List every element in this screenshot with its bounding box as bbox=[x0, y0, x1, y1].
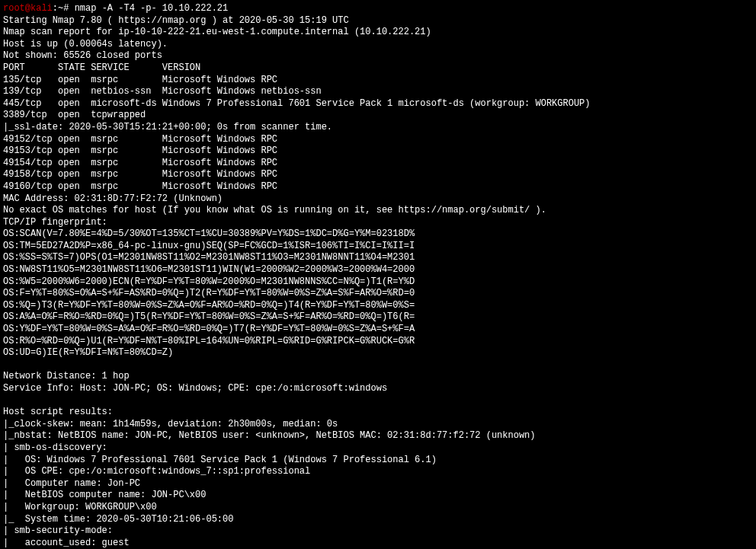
output-line: | OS CPE: cpe:/o:microsoft:windows_7::sp… bbox=[3, 466, 753, 478]
output-line: 3389/tcp open tcpwrapped bbox=[3, 110, 753, 122]
output-line: OS:Y%DF=Y%T=80%W=0%S=A%A=O%F=R%O=%RD=0%Q… bbox=[3, 324, 753, 336]
output-line: 49158/tcp open msrpc Microsoft Windows R… bbox=[3, 169, 753, 181]
output-line: | smb-os-discovery: bbox=[3, 442, 753, 455]
output-line: | smb-security-mode: bbox=[3, 525, 753, 538]
output-line: OS:TM=5ED27A2D%P=x86_64-pc-linux-gnu)SEQ… bbox=[3, 241, 753, 253]
output-line: Nmap scan report for ip-10-10-222-21.eu-… bbox=[3, 27, 753, 39]
output-line: 139/tcp open netbios-ssn Microsoft Windo… bbox=[3, 86, 753, 98]
output-line: 49160/tcp open msrpc Microsoft Windows R… bbox=[3, 181, 753, 193]
output-line: |_ssl-date: 2020-05-30T15:21:21+00:00; 0… bbox=[3, 122, 753, 134]
output-line: Not shown: 65526 closed ports bbox=[3, 50, 753, 62]
output-lines: Starting Nmap 7.80 ( https://nmap.org ) … bbox=[3, 15, 753, 549]
output-line: OS:SCAN(V=7.80%E=4%D=5/30%OT=135%CT=1%CU… bbox=[3, 228, 753, 241]
output-line: | Workgroup: WORKGROUP\x00 bbox=[3, 502, 753, 514]
terminal-output[interactable]: root@kali:~# nmap -A -T4 -p- 10.10.222.2… bbox=[3, 3, 753, 549]
command-text: nmap -A -T4 -p- 10.10.222.21 bbox=[75, 3, 229, 14]
output-line: OS:UD=G)IE(R=Y%DFI=N%T=80%CD=Z) bbox=[3, 347, 753, 359]
output-line: 49152/tcp open msrpc Microsoft Windows R… bbox=[3, 134, 753, 146]
output-line bbox=[3, 359, 753, 372]
output-line: OS:A%A=O%F=R%O=%RD=0%Q=)T5(R=Y%DF=Y%T=80… bbox=[3, 311, 753, 324]
prompt-colon: : bbox=[53, 3, 58, 14]
prompt-line: root@kali:~# nmap -A -T4 -p- 10.10.222.2… bbox=[3, 3, 753, 15]
output-line: 445/tcp open microsoft-ds Windows 7 Prof… bbox=[3, 98, 753, 110]
output-line: 49154/tcp open msrpc Microsoft Windows R… bbox=[3, 158, 753, 170]
output-line: OS:%SS=S%TS=7)OPS(O1=M2301NW8ST11%O2=M23… bbox=[3, 252, 753, 264]
output-line: No exact OS matches for host (If you kno… bbox=[3, 205, 753, 217]
output-line: | OS: Windows 7 Professional 7601 Servic… bbox=[3, 455, 753, 467]
output-line: Starting Nmap 7.80 ( https://nmap.org ) … bbox=[3, 15, 753, 27]
output-line: PORT STATE SERVICE VERSION bbox=[3, 62, 753, 75]
output-line: | account_used: guest bbox=[3, 538, 753, 549]
output-line bbox=[3, 395, 753, 407]
output-line: |_nbstat: NetBIOS name: JON-PC, NetBIOS … bbox=[3, 430, 753, 442]
output-line: OS:%Q=)T3(R=Y%DF=Y%T=80%W=0%S=Z%A=O%F=AR… bbox=[3, 300, 753, 312]
prompt-hash: # bbox=[63, 3, 69, 14]
output-line: MAC Address: 02:31:8D:77:F2:72 (Unknown) bbox=[3, 193, 753, 206]
output-line: TCP/IP fingerprint: bbox=[3, 217, 753, 229]
output-line: |_clock-skew: mean: 1h14m59s, deviation:… bbox=[3, 419, 753, 431]
output-line: OS:NW8ST11%O5=M2301NW8ST11%O6=M2301ST11)… bbox=[3, 264, 753, 276]
output-line: Service Info: Host: JON-PC; OS: Windows;… bbox=[3, 383, 753, 395]
output-line: Network Distance: 1 hop bbox=[3, 371, 753, 383]
output-line: OS:R%O=%RD=0%Q=)U1(R=Y%DF=N%T=80%IPL=164… bbox=[3, 336, 753, 348]
output-line: 135/tcp open msrpc Microsoft Windows RPC bbox=[3, 75, 753, 87]
output-line: Host is up (0.00064s latency). bbox=[3, 39, 753, 51]
output-line: |_ System time: 2020-05-30T10:21:06-05:0… bbox=[3, 514, 753, 526]
output-line: OS:F=Y%T=80%S=O%A=S+%F=AS%RD=0%Q=)T2(R=Y… bbox=[3, 288, 753, 300]
prompt-user: root@kali bbox=[3, 3, 53, 14]
output-line: Host script results: bbox=[3, 407, 753, 419]
output-line: | Computer name: Jon-PC bbox=[3, 478, 753, 490]
output-line: 49153/tcp open msrpc Microsoft Windows R… bbox=[3, 145, 753, 158]
output-line: | NetBIOS computer name: JON-PC\x00 bbox=[3, 490, 753, 502]
output-line: OS:%W5=2000%W6=2000)ECN(R=Y%DF=Y%T=80%W=… bbox=[3, 276, 753, 289]
